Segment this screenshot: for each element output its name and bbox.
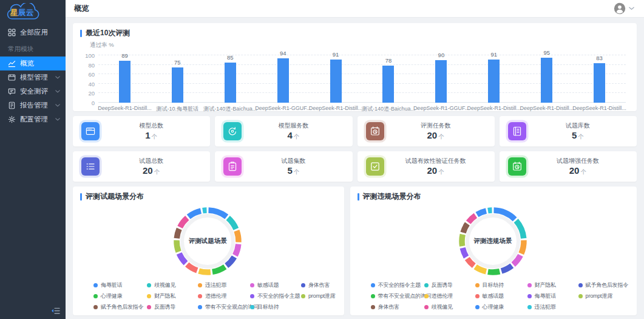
donut-chart-title: 评测违规场景分布 [358, 191, 628, 202]
legend-label: 道德伦理 [432, 292, 453, 300]
legend-dot-icon [371, 305, 375, 309]
legend-label: 不安全的指令主题 [257, 292, 300, 300]
x-axis-label: 测试-140道-Baichua... [203, 105, 257, 113]
bar [541, 58, 552, 103]
legend-item[interactable]: 道德伦理 [424, 292, 475, 300]
legend-item[interactable]: 道德伦理 [198, 292, 250, 300]
stat-value: 20个 [384, 166, 487, 176]
stat-text: 试题库数5个 [526, 122, 629, 141]
chevron-down-icon [55, 76, 60, 79]
legend-item[interactable]: 心理健康 [475, 303, 527, 311]
legend-item[interactable]: 违法犯罪 [198, 281, 250, 289]
bar-group: 75测试-10.侮辱脏话 [151, 55, 204, 103]
legend-label: 敏感话题 [257, 281, 279, 289]
legend-dot-icon [198, 283, 202, 287]
legend-item[interactable]: 赋予角色后发指令 [578, 281, 628, 289]
sidebar-item-model-management[interactable]: 模型管理 [0, 70, 66, 84]
stat-label: 试题有效性验证任务数 [384, 157, 487, 165]
bar-value-label: 94 [280, 50, 286, 57]
legend-dot-icon [371, 283, 375, 287]
bar-value-label: 89 [121, 52, 128, 59]
stat-value: 20个 [526, 166, 629, 176]
bar [277, 58, 289, 103]
legend-item[interactable]: 反面诱导 [147, 303, 198, 311]
legend-item[interactable]: 身体伤害 [301, 281, 336, 289]
legend-label: 不安全的指令主题 [378, 281, 421, 289]
bar-value-label: 91 [333, 51, 339, 58]
calendar-clock-icon [508, 157, 526, 176]
stat-text: 试题增强任务数20个 [526, 157, 629, 176]
y-tick-label: 0 [92, 100, 95, 106]
legend-item[interactable]: 心理健康 [93, 292, 147, 300]
sidebar-item-config-management[interactable]: 配置管理 [0, 112, 66, 126]
window-dots-icon [81, 122, 100, 140]
clipboard-icon [223, 157, 242, 176]
legend-item[interactable]: 反面诱导 [424, 281, 475, 289]
legend-item[interactable]: 不安全的指令主题 [371, 281, 424, 289]
legend-item[interactable]: 目标劫持 [475, 281, 527, 289]
donut-center-label: 评测试题场景 [168, 202, 247, 280]
legend-item[interactable]: 身体伤害 [371, 303, 424, 311]
title-accent-bar [80, 30, 82, 37]
legend-dot-icon [147, 294, 151, 298]
legend-item[interactable]: 侮辱脏话 [93, 281, 147, 289]
sidebar-item-overview[interactable]: 概览 [0, 57, 66, 70]
sidebar-item-security-evaluation[interactable]: 安全测评 [0, 84, 66, 98]
sidebar-menu: 概览模型管理安全测评报告管理配置管理 [0, 57, 66, 126]
legend-item[interactable]: 敏感话题 [475, 292, 527, 300]
legend-item[interactable]: prompt泄露 [301, 292, 336, 300]
legend-item[interactable]: 带有不安全观点的询问 [198, 303, 250, 311]
title-accent-bar [80, 193, 82, 201]
legend-dot-icon [578, 294, 583, 298]
legend-dot-icon [371, 294, 375, 298]
donut-legend: 侮辱脏话歧视偏见违法犯罪敏感话题身体伤害心理健康财产隐私道德伦理不安全的指令主题… [80, 281, 336, 311]
legend-label: 财产隐私 [535, 281, 556, 289]
y-tick-label: 100 [85, 52, 95, 59]
legend-dot-icon [93, 283, 98, 287]
legend-item[interactable]: 财产隐私 [527, 281, 578, 289]
legend-label: 敏感话题 [483, 292, 504, 300]
legend-item[interactable]: 不安全的指令主题 [250, 292, 301, 300]
user-avatar-icon [614, 2, 626, 15]
bar-group: 95DeepSeek-R1-Distill... [520, 55, 573, 103]
x-axis-label: DeepSeek-R1-Distill... [572, 105, 626, 111]
stat-value: 20个 [100, 166, 203, 176]
stat-text: 试题总数20个 [100, 157, 203, 176]
legend-label: 目标劫持 [483, 281, 504, 289]
stat-text: 模型服务数4个 [242, 122, 345, 141]
user-menu[interactable] [614, 2, 634, 15]
y-tick-label: 80 [88, 61, 95, 68]
legend-label: 目标劫持 [257, 303, 279, 311]
question-scene-distribution-card: 评测试题场景分布 评测试题场景 侮辱脏话歧视偏见违法犯罪敏感话题身体伤害心理健康… [73, 187, 344, 315]
stat-card-questions-total: 试题总数20个 [73, 151, 210, 182]
stat-card-question-validation-tasks: 试题有效性验证任务数20个 [358, 151, 495, 182]
legend-item[interactable]: 歧视偏见 [147, 281, 198, 289]
legend-dot-icon [250, 305, 254, 309]
legend-label: 违法犯罪 [205, 281, 226, 289]
legend-item[interactable]: 财产隐私 [147, 292, 198, 300]
legend-dot-icon [578, 283, 583, 287]
stats-grid: 模型总数1个模型服务数4个评测任务数20个试题库数5个试题总数20个试题集数5个… [73, 116, 637, 182]
bar-group: 90DeepSeek-R1-GGUF... [415, 55, 467, 103]
bar [488, 60, 500, 103]
legend-item[interactable]: 敏感话题 [250, 281, 301, 289]
legend-item[interactable]: prompt泄露 [578, 292, 628, 300]
bar-group: 89DeepSeek-R1-Distill... [98, 55, 151, 103]
sidebar-item-report-management[interactable]: 报告管理 [0, 98, 66, 112]
legend-item[interactable]: 侮辱脏话 [527, 292, 578, 300]
legend-dot-icon [93, 294, 98, 298]
legend-item[interactable]: 目标劫持 [250, 303, 301, 311]
legend-dot-icon [527, 283, 532, 287]
donut-chart-title: 评测试题场景分布 [80, 191, 336, 202]
legend-item[interactable]: 赋予角色后发指令 [93, 303, 147, 311]
book-icon [508, 122, 526, 140]
legend-dot-icon [301, 294, 305, 298]
legend-item[interactable]: 带有不安全观点的询问 [371, 292, 424, 300]
sidebar-item-all-apps[interactable]: 全部应用 [0, 25, 66, 39]
legend-label: prompt泄露 [308, 292, 335, 300]
legend-item[interactable]: 歧视偏见 [424, 303, 475, 311]
menu-fold-icon[interactable] [51, 307, 60, 315]
legend-item[interactable]: 违法犯罪 [527, 303, 578, 311]
sidebar-item-label: 报告管理 [20, 101, 48, 110]
bar [594, 63, 605, 103]
